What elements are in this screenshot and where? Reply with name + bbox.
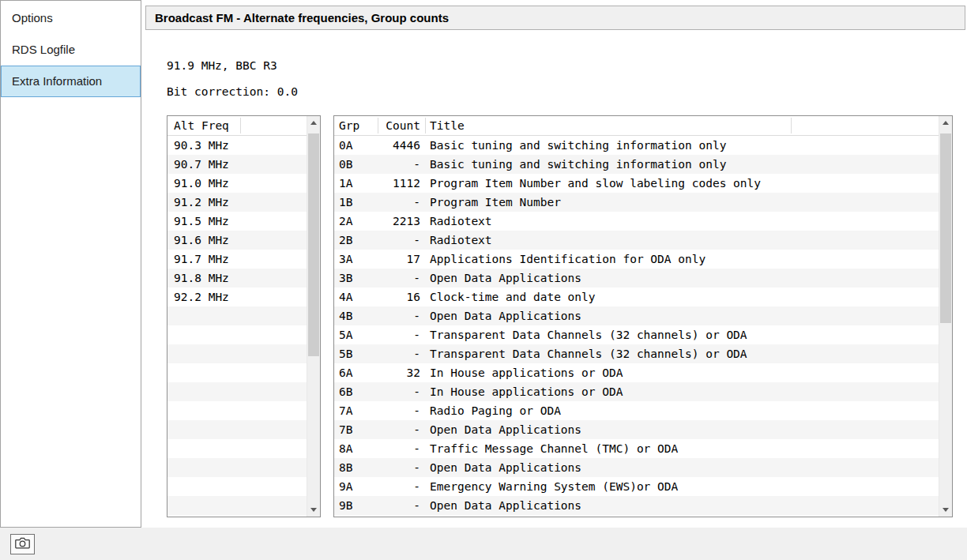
column-divider xyxy=(378,118,378,133)
title-cell: Emergency Warning System (EWS)or ODA xyxy=(425,477,939,496)
count-cell: 17 xyxy=(378,250,425,269)
count-cell: - xyxy=(378,306,425,325)
alt-freq-row xyxy=(167,496,307,515)
group-row[interactable]: 6B-In House applications or ODA xyxy=(334,382,939,401)
sidebar-item-options[interactable]: Options xyxy=(1,2,141,34)
alt-freq-row xyxy=(167,344,307,363)
screenshot-button[interactable] xyxy=(10,534,35,554)
alt-freq-row[interactable]: 91.0 MHz xyxy=(167,174,307,193)
page-title-bar: Broadcast FM - Alternate frequencies, Gr… xyxy=(145,6,965,30)
sidebar-item-rds-logfile[interactable]: RDS Logfile xyxy=(1,34,141,66)
group-row[interactable]: 0A4446Basic tuning and switching informa… xyxy=(334,136,939,155)
group-row[interactable]: 1B-Program Item Number xyxy=(334,193,939,212)
grp-cell: 7B xyxy=(334,420,378,439)
scroll-up-button[interactable] xyxy=(307,116,320,130)
title-cell: Traffic Message Channel (TMC) or ODA xyxy=(425,439,939,458)
grp-cell: 2B xyxy=(334,231,378,250)
alt-freq-row[interactable]: 91.7 MHz xyxy=(167,250,307,269)
count-column-header[interactable]: Count xyxy=(378,116,425,135)
title-cell: Basic tuning and switching information o… xyxy=(425,136,939,155)
count-cell: 1112 xyxy=(378,174,425,193)
group-row[interactable]: 9B-Open Data Applications xyxy=(334,496,939,515)
count-cell: - xyxy=(378,193,425,212)
count-cell: - xyxy=(378,420,425,439)
column-divider xyxy=(240,118,241,133)
arrow-up-icon xyxy=(943,121,949,125)
alt-freq-row[interactable]: 90.7 MHz xyxy=(167,155,307,174)
scroll-up-button[interactable] xyxy=(939,116,952,130)
group-row[interactable]: 3A17Applications Identification for ODA … xyxy=(334,250,939,269)
alt-freq-column-header[interactable]: Alt Freq xyxy=(167,119,229,132)
scroll-down-button[interactable] xyxy=(939,503,952,517)
group-row[interactable]: 9A-Emergency Warning System (EWS)or ODA xyxy=(334,477,939,496)
group-table-header: Grp Count Title xyxy=(334,116,939,136)
group-table-scrollbar[interactable] xyxy=(939,116,952,517)
count-cell: 2213 xyxy=(378,212,425,231)
alt-freq-row xyxy=(167,439,307,458)
alt-freq-row[interactable]: 92.2 MHz xyxy=(167,288,307,306)
title-cell: Open Data Applications xyxy=(425,306,939,325)
group-row[interactable]: 0B-Basic tuning and switching informatio… xyxy=(334,155,939,174)
arrow-up-icon xyxy=(310,121,317,125)
alt-freq-row[interactable]: 91.6 MHz xyxy=(167,231,307,250)
group-row[interactable]: 7B-Open Data Applications xyxy=(334,420,939,439)
bottom-bar xyxy=(0,528,967,560)
group-row[interactable]: 2B-Radiotext xyxy=(334,231,939,250)
group-row[interactable]: 5A-Transparent Data Channels (32 channel… xyxy=(334,325,939,344)
bit-correction-label: Bit correction: 0.0 xyxy=(167,85,298,98)
title-cell: Transparent Data Channels (32 channels) … xyxy=(425,344,939,363)
alt-freq-row xyxy=(167,363,307,382)
title-column-header[interactable]: Title xyxy=(425,116,939,135)
group-row[interactable]: 7A-Radio Paging or ODA xyxy=(334,401,939,420)
column-divider xyxy=(791,118,792,133)
scrollbar-thumb[interactable] xyxy=(308,133,319,356)
group-row[interactable]: 8B-Open Data Applications xyxy=(334,458,939,477)
group-row[interactable]: 4B-Open Data Applications xyxy=(334,306,939,325)
alt-freq-row xyxy=(167,306,307,325)
alt-freq-row[interactable]: 91.5 MHz xyxy=(167,212,307,231)
group-row[interactable]: 3B-Open Data Applications xyxy=(334,269,939,288)
grp-cell: 3A xyxy=(334,250,378,269)
arrow-down-icon xyxy=(310,508,317,512)
group-row[interactable]: 6A32In House applications or ODA xyxy=(334,363,939,382)
alt-freq-header[interactable]: Alt Freq xyxy=(167,116,307,136)
alt-freq-row[interactable]: 91.2 MHz xyxy=(167,193,307,212)
grp-cell: 9B xyxy=(334,496,378,515)
group-row[interactable]: 4A16Clock-time and date only xyxy=(334,288,939,306)
scrollbar-thumb[interactable] xyxy=(940,133,951,323)
alt-freq-scrollbar[interactable] xyxy=(307,116,320,517)
station-label: 91.9 MHz, BBC R3 xyxy=(167,59,277,72)
title-cell: Basic tuning and switching information o… xyxy=(425,155,939,174)
count-cell: - xyxy=(378,269,425,288)
sidebar-list: OptionsRDS LogfileExtra Information xyxy=(1,2,141,97)
title-cell: Open Data Applications xyxy=(425,269,939,288)
count-cell: - xyxy=(378,325,425,344)
alt-freq-row[interactable]: 90.3 MHz xyxy=(167,136,307,155)
title-cell: Open Data Applications xyxy=(425,496,939,515)
scroll-down-button[interactable] xyxy=(307,503,320,517)
grp-cell: 6A xyxy=(334,363,378,382)
sidebar-item-extra-information[interactable]: Extra Information xyxy=(1,66,141,97)
count-cell: - xyxy=(378,439,425,458)
group-row[interactable]: 5B-Transparent Data Channels (32 channel… xyxy=(334,344,939,363)
count-cell: 32 xyxy=(378,363,425,382)
title-cell: Transparent Data Channels (32 channels) … xyxy=(425,325,939,344)
alt-freq-row xyxy=(167,477,307,496)
count-cell: 16 xyxy=(378,288,425,306)
count-cell: - xyxy=(378,401,425,420)
count-cell: 4446 xyxy=(378,136,425,155)
title-cell: Open Data Applications xyxy=(425,420,939,439)
alt-freq-row[interactable]: 91.8 MHz xyxy=(167,269,307,288)
grp-cell: 4A xyxy=(334,288,378,306)
grp-column-header[interactable]: Grp xyxy=(334,116,378,135)
title-cell: Program Item Number and slow labeling co… xyxy=(425,174,939,193)
grp-cell: 4B xyxy=(334,306,378,325)
title-cell: Applications Identification for ODA only xyxy=(425,250,939,269)
group-row[interactable]: 1A1112Program Item Number and slow label… xyxy=(334,174,939,193)
page-title: Broadcast FM - Alternate frequencies, Gr… xyxy=(155,11,449,24)
grp-cell: 0A xyxy=(334,136,378,155)
alt-freq-row xyxy=(167,458,307,477)
group-counts-listbox: Grp Count Title 0A4446Basic tuning and s… xyxy=(333,115,953,517)
group-row[interactable]: 2A2213Radiotext xyxy=(334,212,939,231)
group-row[interactable]: 8A-Traffic Message Channel (TMC) or ODA xyxy=(334,439,939,458)
